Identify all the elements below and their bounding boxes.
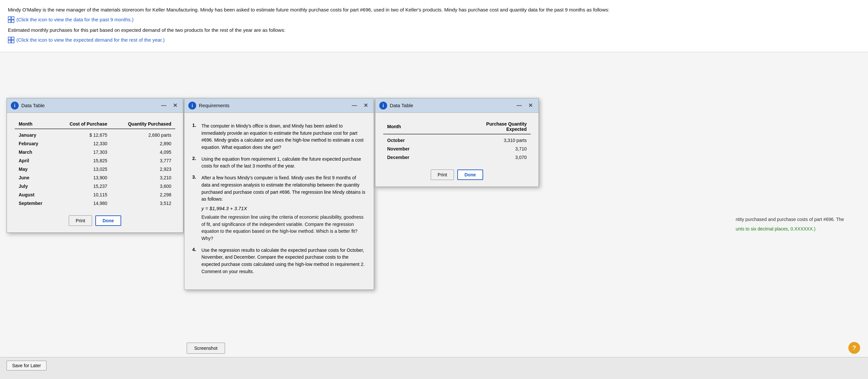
- svg-rect-0: [8, 17, 11, 19]
- cell-cost: $ 12,675: [54, 129, 112, 139]
- cell-cost: 15,825: [54, 156, 112, 165]
- req-num-4: 4.: [192, 247, 199, 275]
- cell-month: March: [15, 148, 54, 156]
- minimize-btn-2[interactable]: —: [515, 102, 524, 109]
- dialog-title-2: Data Table: [390, 103, 512, 108]
- minimize-btn-req[interactable]: —: [350, 102, 359, 109]
- cell-cost: 10,115: [54, 191, 112, 199]
- dialog-title-1: Data Table: [21, 103, 157, 108]
- cell-qty: 4,095: [112, 148, 175, 156]
- grid-icon-1: [8, 17, 14, 23]
- req-text-3: After a few hours Mindy's computer is fi…: [202, 174, 366, 203]
- screenshot-button[interactable]: Screenshot: [187, 343, 225, 354]
- dialog-body-1: Month Cost of Purchase Quantity Purchase…: [7, 113, 183, 232]
- svg-rect-6: [8, 40, 11, 43]
- col-month-1: Month: [15, 119, 54, 129]
- cell-month-2: October: [383, 134, 440, 145]
- help-button[interactable]: ?: [848, 342, 860, 354]
- data-link-2-text: (Click the icon to view the expected dem…: [17, 36, 165, 44]
- minimize-btn-1[interactable]: —: [159, 102, 168, 109]
- svg-rect-2: [8, 20, 11, 23]
- cell-month: May: [15, 165, 54, 173]
- bg-text-2: unts to six decimal places, 0.XXXXXX.): [736, 226, 860, 232]
- top-area: Mindy O'Malley is the new manager of the…: [0, 0, 868, 52]
- dialog-controls-1: — ✕: [159, 101, 179, 109]
- btn-row-2: Print Done: [383, 170, 531, 180]
- print-btn-2[interactable]: Print: [431, 170, 454, 180]
- cell-expected-qty: 3,070: [440, 153, 531, 162]
- cell-expected-qty: 3,310 parts: [440, 134, 531, 145]
- dialog-body-2: Month Purchase QuantityExpected October3…: [375, 113, 538, 186]
- dialog-controls-req: — ✕: [350, 101, 370, 109]
- purchase-data-table: Month Cost of Purchase Quantity Purchase…: [15, 119, 175, 207]
- cell-expected-qty: 3,710: [440, 145, 531, 153]
- description-2: Estimated monthly purchases for this par…: [8, 26, 860, 34]
- table-row: June13,9003,210: [15, 173, 175, 182]
- close-btn-req[interactable]: ✕: [362, 101, 370, 109]
- svg-rect-3: [11, 20, 14, 23]
- data-link-1[interactable]: (Click the icon to view the data for the…: [8, 16, 134, 24]
- dialog-header-2: i Data Table — ✕: [375, 98, 538, 113]
- info-icon-req: i: [188, 101, 196, 110]
- table-row: October3,310 parts: [383, 134, 531, 145]
- col-cost: Cost of Purchase: [54, 119, 112, 129]
- col-purchase-qty-expected: Purchase QuantityExpected: [440, 119, 531, 134]
- req-num-1: 1.: [192, 123, 199, 151]
- cell-month-2: November: [383, 145, 440, 153]
- grid-icon-2: [8, 37, 14, 43]
- btn-row-1: Print Done: [15, 215, 175, 226]
- print-btn-1[interactable]: Print: [69, 215, 92, 226]
- done-btn-2[interactable]: Done: [457, 170, 483, 180]
- cell-cost: 13,900: [54, 173, 112, 182]
- req-text-3-cont: Evaluate the regression line using the c…: [202, 214, 366, 242]
- cell-qty: 3,777: [112, 156, 175, 165]
- req-item-1: 1. The computer in Mindy's office is dow…: [192, 123, 366, 151]
- cell-qty: 3,210: [112, 173, 175, 182]
- bg-content: ntity purchased and purchase costs of pa…: [736, 216, 860, 235]
- cell-cost: 14,980: [54, 199, 112, 207]
- info-icon-2: i: [379, 101, 387, 110]
- table-row: September14,9803,512: [15, 199, 175, 207]
- cell-qty: 3,600: [112, 182, 175, 191]
- cell-cost: 17,303: [54, 148, 112, 156]
- cell-qty: 2,890: [112, 139, 175, 148]
- overlay-area: ntity purchased and purchase costs of pa…: [0, 52, 868, 373]
- svg-rect-1: [11, 17, 14, 19]
- dialog-header-req: i Requirements — ✕: [184, 98, 374, 113]
- done-btn-1[interactable]: Done: [95, 215, 121, 226]
- cell-cost: 15,237: [54, 182, 112, 191]
- cell-qty: 2,923: [112, 165, 175, 173]
- cell-qty: 2,298: [112, 191, 175, 199]
- svg-rect-5: [11, 37, 14, 40]
- svg-rect-4: [8, 37, 11, 40]
- close-btn-1[interactable]: ✕: [171, 101, 179, 109]
- table-row: March17,3034,095: [15, 148, 175, 156]
- cell-month: February: [15, 139, 54, 148]
- table-row: February12,3302,890: [15, 139, 175, 148]
- info-icon-1: i: [11, 101, 19, 110]
- cell-qty: 3,512: [112, 199, 175, 207]
- table-row: July15,2373,600: [15, 182, 175, 191]
- table-row: May13,0252,923: [15, 165, 175, 173]
- req-text-2: Using the equation from requirement 1, c…: [202, 156, 366, 170]
- req-num-3: 3.: [192, 174, 199, 203]
- data-link-2[interactable]: (Click the icon to view the expected dem…: [8, 36, 165, 44]
- cell-month: April: [15, 156, 54, 165]
- table-row: April15,8253,777: [15, 156, 175, 165]
- data-link-1-text: (Click the icon to view the data for the…: [17, 16, 134, 24]
- dialog-data-table-2: i Data Table — ✕ Month Purchase Quantity…: [375, 98, 539, 187]
- cell-month: June: [15, 173, 54, 182]
- dialog-data-table-1: i Data Table — ✕ Month Cost of Purchase …: [6, 98, 183, 233]
- cell-cost: 13,025: [54, 165, 112, 173]
- req-item-2: 2. Using the equation from requirement 1…: [192, 156, 366, 170]
- bg-text-1: ntity purchased and purchase costs of pa…: [736, 216, 860, 223]
- expected-demand-table: Month Purchase QuantityExpected October3…: [383, 119, 531, 162]
- col-month-2: Month: [383, 119, 440, 134]
- req-item-4: 4. Use the regression results to calcula…: [192, 247, 366, 275]
- cell-month-2: December: [383, 153, 440, 162]
- cell-qty: 2,680 parts: [112, 129, 175, 139]
- save-for-later-button[interactable]: Save for Later: [6, 361, 46, 371]
- dialog-requirements: i Requirements — ✕ 1. The computer in Mi…: [184, 98, 374, 290]
- close-btn-2[interactable]: ✕: [526, 101, 534, 109]
- cell-month: September: [15, 199, 54, 207]
